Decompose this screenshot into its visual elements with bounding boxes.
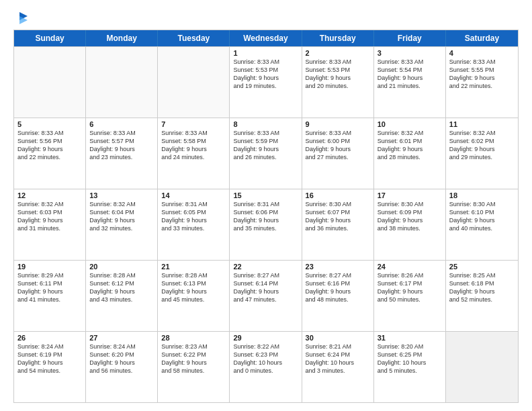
cell-line: Sunset: 6:10 PM (449, 208, 515, 216)
cell-line: Sunset: 6:24 PM (306, 351, 370, 359)
calendar-cell: 23Sunrise: 8:27 AMSunset: 6:16 PMDayligh… (302, 261, 374, 331)
cell-line: Daylight: 9 hours (161, 216, 226, 224)
day-number: 31 (378, 334, 442, 342)
cell-line: Sunset: 6:16 PM (306, 279, 370, 287)
cell-line: Sunset: 6:23 PM (233, 351, 298, 359)
cell-line: and 19 minutes. (233, 82, 298, 90)
calendar-cell: 13Sunrise: 8:32 AMSunset: 6:04 PMDayligh… (86, 189, 158, 260)
cell-line: Sunrise: 8:21 AM (306, 342, 370, 351)
cell-line: and 50 minutes. (378, 295, 442, 304)
cell-line: and 22 minutes. (17, 153, 82, 161)
day-number: 23 (306, 263, 370, 271)
day-number: 11 (449, 120, 515, 128)
cell-line: and 0 minutes. (233, 367, 298, 375)
calendar-cell: 11Sunrise: 8:32 AMSunset: 6:02 PMDayligh… (446, 118, 518, 189)
cell-line: Sunset: 6:00 PM (306, 137, 370, 145)
calendar-cell: 27Sunrise: 8:24 AMSunset: 6:20 PMDayligh… (86, 332, 158, 402)
calendar-cell: 5Sunrise: 8:33 AMSunset: 5:56 PMDaylight… (14, 118, 86, 189)
cell-line: Sunrise: 8:22 AM (233, 342, 298, 351)
cell-line: Daylight: 9 hours (233, 145, 298, 153)
calendar-cell: 21Sunrise: 8:28 AMSunset: 6:13 PMDayligh… (158, 261, 230, 331)
cell-line: Daylight: 9 hours (17, 216, 82, 224)
calendar-cell: 10Sunrise: 8:32 AMSunset: 6:01 PMDayligh… (374, 118, 446, 189)
cell-line: Sunrise: 8:27 AM (306, 271, 370, 279)
cell-line: and 36 minutes. (306, 224, 370, 232)
day-number: 1 (233, 49, 298, 57)
calendar-cell: 25Sunrise: 8:25 AMSunset: 6:18 PMDayligh… (446, 261, 518, 331)
calendar-cell: 4Sunrise: 8:33 AMSunset: 5:55 PMDaylight… (446, 47, 518, 118)
cell-line: Daylight: 9 hours (233, 287, 298, 295)
cell-line: and 35 minutes. (233, 224, 298, 232)
cell-line: Sunrise: 8:32 AM (89, 200, 154, 208)
calendar-cell: 8Sunrise: 8:33 AMSunset: 5:59 PMDaylight… (230, 118, 302, 189)
header (13, 11, 519, 23)
cell-line: Sunset: 5:54 PM (378, 66, 442, 74)
day-number: 16 (306, 191, 370, 199)
cell-line: Daylight: 10 hours (378, 359, 442, 367)
cell-line: and 48 minutes. (306, 295, 370, 304)
calendar-cell: 30Sunrise: 8:21 AMSunset: 6:24 PMDayligh… (302, 332, 374, 402)
cell-line: Daylight: 9 hours (449, 216, 515, 224)
cell-line: Sunset: 5:58 PM (161, 137, 226, 145)
cell-line: Daylight: 9 hours (306, 287, 370, 295)
cell-line: Sunrise: 8:33 AM (233, 58, 298, 66)
cell-line: Sunrise: 8:32 AM (449, 129, 515, 137)
cell-line: and 26 minutes. (233, 153, 298, 161)
cell-line: Sunrise: 8:28 AM (89, 271, 154, 279)
cell-line: Daylight: 9 hours (449, 74, 515, 82)
cell-line: Daylight: 9 hours (449, 287, 515, 295)
cell-line: Daylight: 9 hours (306, 145, 370, 153)
day-number: 22 (233, 263, 298, 271)
cell-line: Sunrise: 8:33 AM (306, 58, 370, 66)
calendar-cell: 2Sunrise: 8:33 AMSunset: 5:53 PMDaylight… (302, 47, 374, 118)
cell-line: and 54 minutes. (17, 367, 82, 375)
day-number: 18 (449, 191, 515, 199)
cell-line: Sunrise: 8:24 AM (89, 342, 154, 351)
cell-line: Daylight: 9 hours (161, 145, 226, 153)
day-number: 26 (17, 334, 82, 342)
calendar-cell: 1Sunrise: 8:33 AMSunset: 5:53 PMDaylight… (230, 47, 302, 118)
cell-line: Sunset: 5:57 PM (89, 137, 154, 145)
cell-line: Sunset: 5:59 PM (233, 137, 298, 145)
calendar-header-row: SundayMondayTuesdayWednesdayThursdayFrid… (14, 30, 518, 46)
cell-line: Sunset: 6:20 PM (89, 351, 154, 359)
day-number: 28 (161, 334, 226, 342)
cell-line: Daylight: 9 hours (17, 145, 82, 153)
calendar-cell: 14Sunrise: 8:31 AMSunset: 6:05 PMDayligh… (158, 189, 230, 260)
calendar-cell: 22Sunrise: 8:27 AMSunset: 6:14 PMDayligh… (230, 261, 302, 331)
cell-line: Sunrise: 8:28 AM (161, 271, 226, 279)
cell-line: and 45 minutes. (161, 295, 226, 304)
day-number: 4 (449, 49, 515, 57)
cell-line: Sunset: 6:25 PM (378, 351, 442, 359)
cell-line: Sunset: 6:13 PM (161, 279, 226, 287)
cell-line: and 52 minutes. (449, 295, 515, 304)
cell-line: and 3 minutes. (306, 367, 370, 375)
cell-line: Sunset: 5:53 PM (233, 66, 298, 74)
day-number: 14 (161, 191, 226, 199)
calendar-cell: 6Sunrise: 8:33 AMSunset: 5:57 PMDaylight… (86, 118, 158, 189)
cell-line: Daylight: 9 hours (378, 74, 442, 82)
calendar-header-cell: Thursday (302, 30, 374, 46)
calendar-header-cell: Monday (86, 30, 158, 46)
cell-line: Sunrise: 8:27 AM (233, 271, 298, 279)
calendar-cell: 26Sunrise: 8:24 AMSunset: 6:19 PMDayligh… (14, 332, 86, 402)
cell-line: Sunrise: 8:31 AM (233, 200, 298, 208)
logo-icon (14, 11, 29, 26)
day-number: 2 (306, 49, 370, 57)
cell-line: Sunset: 5:56 PM (17, 137, 82, 145)
day-number: 20 (89, 263, 154, 271)
calendar-cell: 16Sunrise: 8:30 AMSunset: 6:07 PMDayligh… (302, 189, 374, 260)
page: SundayMondayTuesdayWednesdayThursdayFrid… (0, 0, 532, 411)
calendar-cell: 3Sunrise: 8:33 AMSunset: 5:54 PMDaylight… (374, 47, 446, 118)
day-number: 6 (89, 120, 154, 128)
cell-line: Sunset: 5:53 PM (306, 66, 370, 74)
cell-line: and 23 minutes. (89, 153, 154, 161)
cell-line: Sunrise: 8:31 AM (161, 200, 226, 208)
cell-line: Sunset: 6:05 PM (161, 208, 226, 216)
cell-line: Sunrise: 8:33 AM (89, 129, 154, 137)
cell-line: Sunset: 6:22 PM (161, 351, 226, 359)
calendar-cell: 15Sunrise: 8:31 AMSunset: 6:06 PMDayligh… (230, 189, 302, 260)
calendar-cell (446, 332, 518, 402)
cell-line: Sunrise: 8:30 AM (306, 200, 370, 208)
cell-line: Daylight: 9 hours (378, 145, 442, 153)
